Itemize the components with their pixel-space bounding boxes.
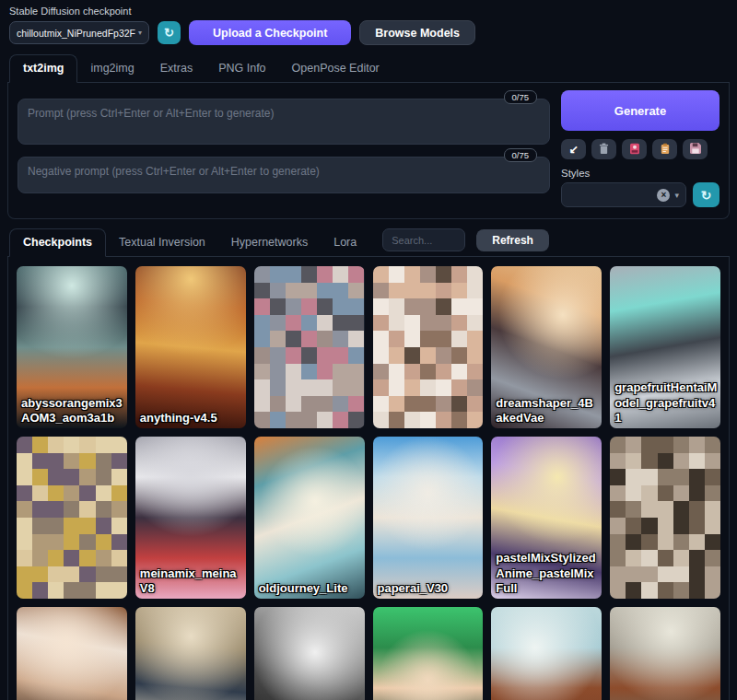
mosaic-tile: [348, 298, 364, 315]
mosaic-tile: [301, 283, 317, 299]
mosaic-tile: [626, 566, 641, 583]
model-card-censored[interactable]: [610, 437, 720, 599]
tab-png-info[interactable]: PNG Info: [205, 55, 278, 82]
mosaic-tile: [270, 283, 286, 299]
clipboard-icon: [661, 143, 670, 157]
mosaic-tile: [436, 331, 451, 347]
model-card-protogenv22anime-22[interactable]: protogenV22Anime_22: [17, 607, 127, 700]
mosaic-tile: [111, 469, 127, 485]
mosaic-tile: [705, 550, 720, 566]
refresh-icon: ↻: [701, 188, 712, 203]
extra-networks-button[interactable]: [622, 139, 647, 159]
refresh-checkpoints-button[interactable]: ↻: [158, 21, 181, 44]
model-card-anything-v4-5[interactable]: anything-v4.5: [135, 266, 246, 428]
negative-prompt-input[interactable]: [18, 157, 550, 193]
networks-tab-checkpoints[interactable]: Checkpoints: [9, 228, 106, 257]
mosaic-tile: [689, 453, 705, 470]
model-card-realisticvisionv13-v13[interactable]: realisticVisionV13_v13: [254, 607, 365, 700]
model-card-revanimated-v11[interactable]: revAnimated_v11: [373, 607, 484, 700]
mosaic-tile: [389, 396, 404, 413]
mosaic-tile: [333, 331, 348, 347]
model-card-v1-5-pruned-emaonly[interactable]: SD 1.5v1-5-pruned-emaonly: [491, 607, 602, 700]
mosaic-tile: [436, 283, 451, 299]
model-card-v2-1-768-ema-pruned[interactable]: SD 2.1v2-1_768-ema-pruned: [610, 607, 720, 700]
tab-extras[interactable]: Extras: [147, 55, 205, 82]
networks-tab-textual-inversion[interactable]: Textual Inversion: [106, 229, 218, 256]
mosaic-tile: [17, 582, 32, 599]
save-style-button[interactable]: [683, 139, 708, 159]
tab-img2img[interactable]: img2img: [77, 55, 146, 82]
refresh-networks-button[interactable]: Refresh: [476, 229, 549, 251]
clear-prompt-button[interactable]: [591, 139, 616, 159]
mosaic-tile: [48, 437, 64, 453]
model-card-censored[interactable]: [373, 266, 484, 428]
mosaic-tile: [373, 364, 389, 380]
mosaic-tile: [658, 501, 673, 518]
tab-txt2img[interactable]: txt2img: [9, 54, 77, 83]
mosaic-tile: [348, 315, 364, 332]
model-card-meinamix-meinav8[interactable]: meinamix_meinaV8: [135, 437, 246, 599]
mosaic-tile: [705, 518, 720, 534]
main-tabbar: txt2imgimg2imgExtrasPNG InfoOpenPose Edi…: [7, 54, 730, 83]
mosaic-tile: [333, 364, 348, 380]
mosaic-tile: [254, 266, 270, 283]
upload-checkpoint-button[interactable]: Upload a Checkpoint: [189, 20, 351, 45]
mosaic-tile: [404, 331, 420, 347]
mosaic-tile: [32, 582, 48, 599]
refresh-styles-button[interactable]: ↻: [693, 182, 719, 207]
mosaic-tile: [317, 347, 333, 364]
model-card-paperai-v30[interactable]: paperai_V30: [373, 437, 484, 599]
styles-dropdown[interactable]: × ▾: [561, 182, 686, 207]
mosaic-tile: [32, 437, 48, 453]
checkpoint-dropdown[interactable]: chilloutmix_NiPrunedFp32Fix.safeter ▾: [9, 21, 149, 44]
mosaic-tile: [420, 396, 436, 413]
browse-models-button[interactable]: Browse Models: [359, 20, 475, 45]
mosaic-tile: [389, 379, 404, 396]
mosaic-tile: [389, 298, 404, 315]
mosaic-tile: [348, 283, 364, 299]
model-card-grapefruithentaimodel-grapefruitv41[interactable]: grapefruitHentaiModel_grapefruitv41: [610, 266, 720, 428]
model-card-protogenx34photorealism-1[interactable]: protogenX34Photorealism_1: [135, 607, 246, 700]
paste-params-button[interactable]: ↙: [561, 139, 586, 159]
networks-tab-lora[interactable]: Lora: [321, 229, 369, 256]
mosaic-tile: [286, 298, 301, 315]
mosaic-tile: [689, 518, 705, 534]
generate-button[interactable]: Generate: [561, 90, 719, 131]
model-card-oldjourney-lite[interactable]: oldjourney_Lite: [254, 437, 365, 599]
mosaic-tile: [610, 518, 626, 534]
model-card-abyssorangemix3aom3-aom3a1b[interactable]: abyssorangemix3AOM3_aom3a1b: [17, 266, 127, 428]
mosaic-tile: [673, 550, 689, 566]
mosaic-tile: [610, 534, 626, 551]
mosaic-tile: [96, 485, 111, 502]
mosaic-tile: [111, 582, 127, 599]
prompt-toolbar: ↙: [561, 139, 719, 159]
mosaic-tile: [48, 469, 64, 485]
mosaic-tile: [673, 453, 689, 470]
mosaic-tile: [389, 315, 404, 332]
model-card-censored[interactable]: [17, 437, 127, 599]
clear-styles-icon[interactable]: ×: [657, 189, 670, 202]
mosaic-tile: [451, 347, 467, 364]
mosaic-tile: [658, 582, 673, 599]
networks-tab-hypernetworks[interactable]: Hypernetworks: [218, 229, 321, 256]
network-search-input[interactable]: [382, 228, 465, 251]
model-card-pastelmixstylizedanime-pastelmixfull[interactable]: pastelMixStylizedAnime_pastelMixFull: [491, 437, 602, 599]
prompt-input[interactable]: [18, 99, 550, 145]
mosaic-tile: [270, 364, 286, 380]
refresh-icon: ↻: [164, 26, 174, 40]
mosaic-tile: [436, 266, 451, 283]
mosaic-tile: [626, 518, 641, 534]
mosaic-tile: [451, 266, 467, 283]
apply-styles-button[interactable]: [652, 139, 677, 159]
model-card-censored[interactable]: [254, 266, 365, 428]
model-card-dreamshaper-4bakedvae[interactable]: dreamshaper_4BakedVae: [491, 266, 602, 428]
mosaic-tile: [467, 266, 483, 283]
mosaic-tile: [436, 298, 451, 315]
trash-icon: [599, 143, 609, 157]
mosaic-tile: [301, 412, 317, 428]
tab-openpose-editor[interactable]: OpenPose Editor: [279, 55, 392, 82]
mosaic-tile: [254, 379, 270, 396]
mosaic-tile: [610, 437, 626, 453]
mosaic-tile: [658, 550, 673, 566]
mosaic-tile: [467, 315, 483, 332]
